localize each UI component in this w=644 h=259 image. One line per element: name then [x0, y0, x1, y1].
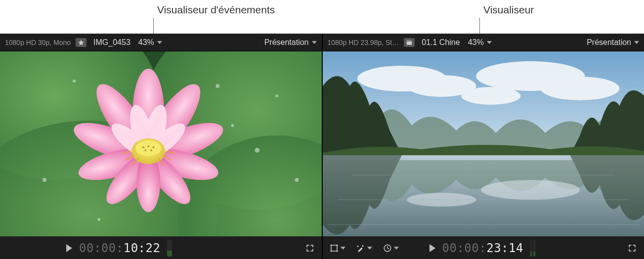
svg-point-45 [461, 87, 520, 105]
svg-point-32 [144, 149, 146, 151]
retime-menu[interactable] [381, 242, 401, 255]
svg-point-29 [142, 146, 144, 148]
enhance-menu[interactable] [354, 242, 374, 255]
svg-point-30 [147, 145, 149, 147]
event-viewer-panel: 1080p HD 30p, Mono IMG_0453 43% Présenta… [0, 34, 322, 259]
svg-point-54 [336, 244, 338, 246]
event-viewer-viewport[interactable] [0, 51, 322, 236]
chevron-down-icon [394, 247, 399, 250]
transform-menu[interactable] [328, 242, 347, 255]
viewer-bottombar: 00:00:23:14 [323, 236, 644, 259]
clapperboard-icon[interactable] [404, 38, 415, 47]
svg-point-55 [330, 250, 332, 252]
audio-meter[interactable] [530, 240, 535, 257]
viewer-panel: 1080p HD 23.98p, St… 01.1 Chine 43% Prés… [322, 34, 644, 259]
chevron-down-icon [634, 41, 639, 44]
svg-point-33 [150, 149, 152, 151]
star-icon[interactable] [76, 38, 86, 47]
viewer-zoom-menu[interactable]: 43% [468, 38, 492, 47]
svg-point-47 [481, 180, 580, 200]
svg-point-8 [43, 178, 46, 182]
event-viewer-timecode[interactable]: 00:00:10:22 [79, 241, 160, 255]
event-viewer-view-label: Présentation [264, 38, 309, 47]
fullscreen-button[interactable] [625, 241, 639, 255]
timecode-dim: 00:00: [79, 241, 124, 255]
callout-viewer: Visualiseur [483, 4, 534, 16]
chevron-down-icon [487, 41, 492, 44]
chevron-down-icon [312, 41, 317, 44]
viewer-view-label: Présentation [587, 38, 631, 47]
svg-point-7 [255, 148, 259, 153]
timecode-bright: 10:22 [124, 241, 161, 255]
play-button[interactable] [66, 244, 72, 252]
event-viewer-bottombar: 00:00:10:22 [0, 236, 322, 259]
timecode-bright: 23:14 [486, 241, 523, 255]
svg-point-5 [215, 84, 219, 88]
callout-event-viewer: Visualiseur d'événements [157, 4, 275, 16]
svg-point-11 [295, 178, 299, 182]
svg-point-10 [275, 94, 278, 97]
viewer-zoom-value: 43% [468, 38, 484, 47]
chevron-down-icon [341, 247, 345, 250]
viewer-clip-name: 01.1 Chine [422, 38, 460, 47]
svg-point-56 [336, 250, 338, 252]
play-button[interactable] [429, 244, 435, 252]
viewer-viewport[interactable] [323, 51, 644, 236]
svg-point-12 [97, 218, 100, 221]
event-viewer-zoom-value: 43% [138, 38, 154, 47]
svg-point-53 [330, 244, 332, 246]
viewer-topbar: 1080p HD 23.98p, St… 01.1 Chine 43% Prés… [323, 34, 644, 51]
viewer-timecode[interactable]: 00:00:23:14 [442, 241, 523, 255]
chevron-down-icon [367, 247, 372, 250]
event-viewer-zoom-menu[interactable]: 43% [138, 38, 162, 47]
svg-rect-52 [331, 245, 337, 251]
viewer-view-menu[interactable]: Présentation [587, 38, 639, 47]
chevron-down-icon [157, 41, 162, 44]
event-viewer-clip-name: IMG_0453 [93, 38, 130, 47]
viewer-format: 1080p HD 23.98p, St… [328, 39, 399, 46]
audio-meter[interactable] [167, 240, 172, 257]
event-viewer-topbar: 1080p HD 30p, Mono IMG_0453 43% Présenta… [0, 34, 322, 51]
svg-point-44 [540, 77, 619, 100]
svg-point-9 [73, 80, 76, 83]
timecode-dim: 00:00: [442, 241, 487, 255]
event-viewer-view-menu[interactable]: Présentation [264, 38, 317, 47]
svg-point-31 [152, 146, 154, 148]
svg-point-6 [231, 124, 234, 127]
event-viewer-format: 1080p HD 30p, Mono [5, 39, 71, 46]
svg-point-28 [135, 140, 161, 156]
fullscreen-button[interactable] [303, 241, 317, 255]
